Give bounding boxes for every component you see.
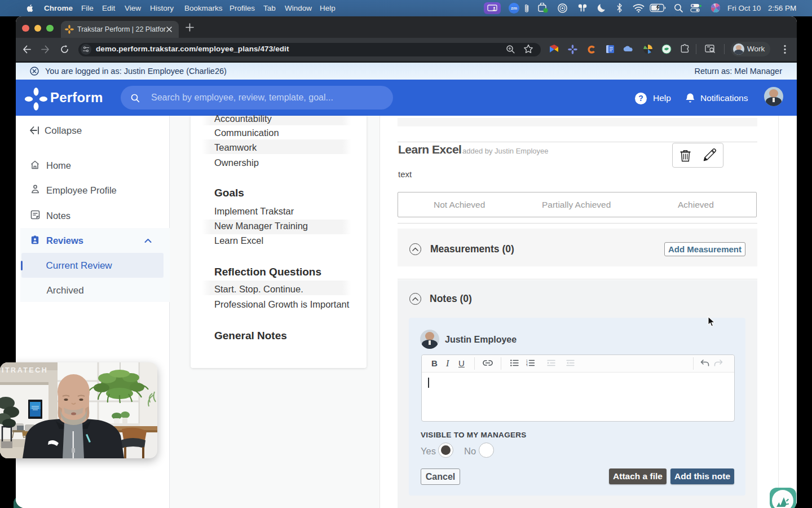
svg-text:3: 3 <box>526 365 528 366</box>
